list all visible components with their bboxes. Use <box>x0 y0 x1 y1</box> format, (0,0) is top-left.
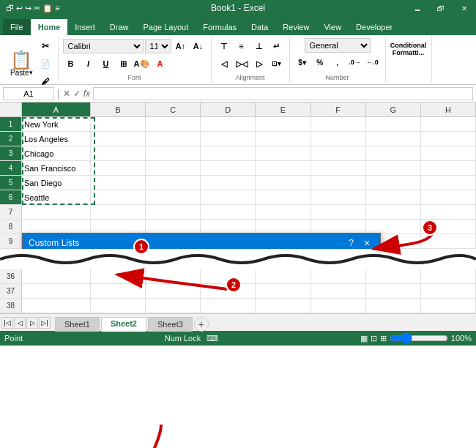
increase-decimal-btn[interactable]: .0→ <box>347 54 363 70</box>
cell-e38[interactable] <box>256 299 310 313</box>
cell-b6[interactable] <box>91 190 146 204</box>
cell-reference-box[interactable] <box>3 87 54 100</box>
cell-d7[interactable] <box>201 205 256 219</box>
prev-sheet-nav[interactable]: ◁ <box>14 317 26 329</box>
col-header-c[interactable]: C <box>146 102 201 116</box>
cell-f4[interactable] <box>311 161 366 175</box>
last-sheet-nav[interactable]: ▷| <box>39 317 51 329</box>
cell-g3[interactable] <box>366 146 421 160</box>
cell-a7[interactable] <box>22 205 91 219</box>
cell-a8[interactable] <box>22 220 91 234</box>
percent-btn[interactable]: % <box>312 54 328 70</box>
decrease-font-btn[interactable]: A↓ <box>190 38 207 54</box>
cell-f36[interactable] <box>311 269 366 283</box>
restore-btn[interactable]: 🗗 <box>429 0 453 16</box>
cut-btn[interactable]: ✂ <box>37 38 53 54</box>
next-sheet-nav[interactable]: ▷ <box>26 317 38 329</box>
cell-f37[interactable] <box>311 284 366 298</box>
tab-view[interactable]: View <box>316 19 349 35</box>
cell-h36[interactable] <box>421 269 476 283</box>
cell-f1[interactable] <box>311 117 366 131</box>
cell-f5[interactable] <box>311 176 366 190</box>
cell-g7[interactable] <box>366 205 421 219</box>
cell-f7[interactable] <box>311 205 366 219</box>
formula-input[interactable] <box>93 87 473 100</box>
cell-b4[interactable] <box>91 161 146 175</box>
cell-a2[interactable]: Los Angeles <box>22 132 91 146</box>
merge-btn[interactable]: ⊡▾ <box>269 56 285 72</box>
decrease-decimal-btn[interactable]: ←.0 <box>365 54 381 70</box>
col-header-g[interactable]: G <box>366 102 421 116</box>
align-bottom-btn[interactable]: ⊥ <box>251 38 267 54</box>
tab-sheet3[interactable]: Sheet3 <box>148 317 193 332</box>
cell-g38[interactable] <box>366 299 421 313</box>
cell-e36[interactable] <box>256 269 310 283</box>
col-header-h[interactable]: H <box>421 102 476 116</box>
zoom-slider[interactable] <box>390 334 448 343</box>
cell-g6[interactable] <box>366 190 421 204</box>
cell-c5[interactable] <box>146 176 201 190</box>
cell-f3[interactable] <box>311 146 366 160</box>
cell-e5[interactable] <box>256 176 310 190</box>
dialog-help-btn[interactable]: ? <box>349 238 354 248</box>
normal-view-btn[interactable]: ▦ <box>360 334 368 343</box>
cell-h38[interactable] <box>421 299 476 313</box>
fill-color-btn[interactable]: A🎨 <box>133 56 151 72</box>
cell-c37[interactable] <box>146 284 201 298</box>
tab-sheet1[interactable]: Sheet1 <box>55 317 100 332</box>
cell-e1[interactable] <box>256 117 310 131</box>
tab-review[interactable]: Review <box>275 19 316 35</box>
insert-function-btn[interactable]: fx <box>83 89 90 99</box>
cell-c2[interactable] <box>146 132 201 146</box>
bold-btn[interactable]: B <box>63 56 79 72</box>
currency-btn[interactable]: $▾ <box>294 54 310 70</box>
tab-developer[interactable]: Developer <box>349 19 400 35</box>
align-middle-btn[interactable]: ≡ <box>234 38 250 54</box>
cell-d6[interactable] <box>201 190 256 204</box>
copy-btn[interactable]: 📄 <box>37 56 53 72</box>
cell-h3[interactable] <box>421 146 476 160</box>
cell-h2[interactable] <box>421 132 476 146</box>
comma-btn[interactable]: , <box>330 54 346 70</box>
cell-e7[interactable] <box>256 205 310 219</box>
tab-page-layout[interactable]: Page Layout <box>135 19 196 35</box>
cell-h6[interactable] <box>421 190 476 204</box>
font-color-btn[interactable]: A <box>152 56 168 72</box>
cell-d38[interactable] <box>201 299 256 313</box>
cell-b38[interactable] <box>91 299 146 313</box>
tab-draw[interactable]: Draw <box>103 19 136 35</box>
cell-h4[interactable] <box>421 161 476 175</box>
cell-g4[interactable] <box>366 161 421 175</box>
font-name-selector[interactable]: Calibri <box>63 39 144 53</box>
italic-btn[interactable]: I <box>81 56 97 72</box>
cell-h37[interactable] <box>421 284 476 298</box>
number-format-selector[interactable]: General <box>305 38 371 53</box>
cell-g1[interactable] <box>366 117 421 131</box>
cell-h1[interactable] <box>421 117 476 131</box>
cell-d3[interactable] <box>201 146 256 160</box>
cell-b7[interactable] <box>91 205 146 219</box>
col-header-e[interactable]: E <box>256 102 310 116</box>
cell-h7[interactable] <box>421 205 476 219</box>
cell-g37[interactable] <box>366 284 421 298</box>
cell-g2[interactable] <box>366 132 421 146</box>
cell-a4[interactable]: San Francisco <box>22 161 91 175</box>
align-center-btn[interactable]: ▷◁ <box>234 56 250 72</box>
cell-e37[interactable] <box>256 284 310 298</box>
border-btn[interactable]: ⊞ <box>116 56 132 72</box>
paste-icon[interactable]: 📋 <box>10 51 32 69</box>
cell-f2[interactable] <box>311 132 366 146</box>
cell-c6[interactable] <box>146 190 201 204</box>
paste-label[interactable]: Paste <box>10 69 29 77</box>
cell-d2[interactable] <box>201 132 256 146</box>
cell-g36[interactable] <box>366 269 421 283</box>
cell-c38[interactable] <box>146 299 201 313</box>
wrap-text-btn[interactable]: ↵ <box>269 38 285 54</box>
align-top-btn[interactable]: ⊤ <box>216 38 232 54</box>
cell-a38[interactable] <box>22 299 91 313</box>
cell-a6[interactable]: Seattle <box>22 190 91 204</box>
underline-btn[interactable]: U <box>98 56 114 72</box>
dialog-close-btn[interactable]: × <box>360 236 374 249</box>
cell-h9[interactable] <box>421 234 476 248</box>
confirm-formula-btn[interactable]: ✓ <box>73 89 81 99</box>
